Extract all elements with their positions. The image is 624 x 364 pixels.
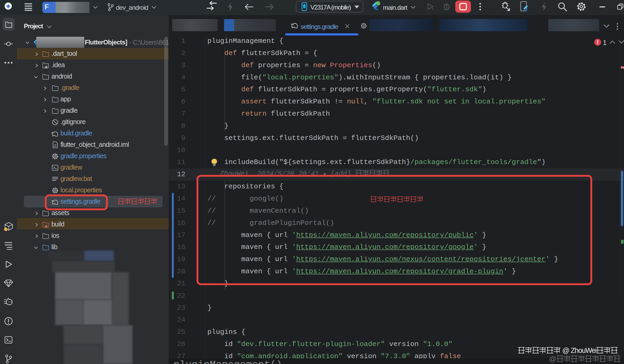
svg-text:A: A [7, 4, 10, 8]
